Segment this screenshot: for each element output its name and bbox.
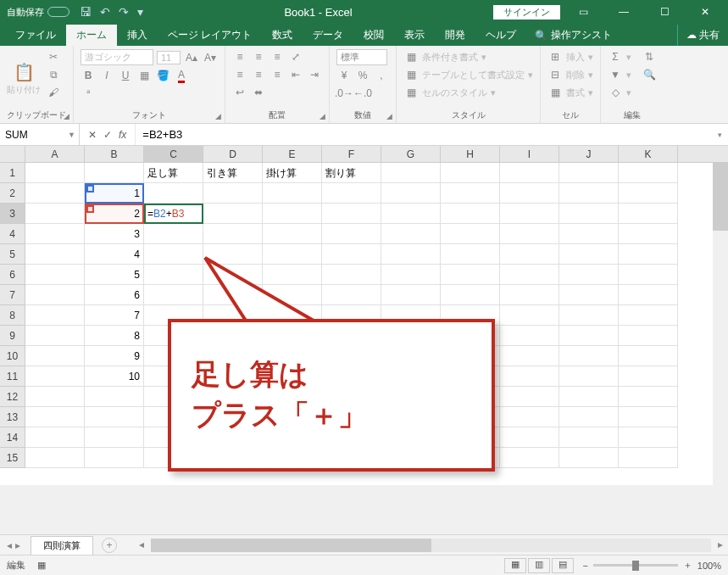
cell-B3[interactable]: 2 — [85, 204, 144, 224]
col-C[interactable]: C — [144, 146, 203, 162]
cell-J10[interactable] — [559, 346, 619, 366]
row-10[interactable]: 10 — [0, 346, 25, 366]
cell-B11[interactable]: 10 — [85, 366, 144, 387]
cell-E2[interactable] — [263, 183, 322, 204]
expand-formula-bar-icon[interactable]: ▾ — [711, 124, 728, 145]
cell-J12[interactable] — [559, 387, 619, 407]
align-center-icon[interactable]: ≡ — [251, 67, 266, 82]
cell-styles-button[interactable]: ▦セルのスタイル ▾ — [403, 85, 533, 100]
ribbon-options-icon[interactable]: ▭ — [565, 0, 601, 24]
minimize-icon[interactable]: ― — [606, 0, 642, 24]
cell-J15[interactable] — [559, 448, 619, 468]
indent-inc-icon[interactable]: ⇥ — [307, 67, 322, 82]
cell-H1[interactable] — [441, 163, 500, 183]
ruby-icon[interactable]: ᵃ — [81, 86, 96, 101]
cell-B12[interactable] — [85, 387, 144, 407]
autosave-toggle[interactable]: 自動保存 — [7, 6, 69, 19]
format-table-button[interactable]: ▦テーブルとして書式設定 ▾ — [403, 67, 533, 82]
zoom-in-icon[interactable]: ＋ — [683, 559, 692, 572]
cell-K3[interactable] — [619, 204, 678, 224]
underline-icon[interactable]: U — [118, 68, 133, 83]
cell-I4[interactable] — [500, 224, 559, 244]
paste-button[interactable]: 📋 貼り付け — [7, 49, 41, 108]
align-launcher-icon[interactable]: ◢ — [320, 112, 325, 120]
cell-A5[interactable] — [25, 244, 85, 265]
align-right-icon[interactable]: ≡ — [270, 67, 285, 82]
zoom-out-icon[interactable]: − — [582, 561, 587, 571]
cut-icon[interactable]: ✂ — [46, 49, 61, 64]
row-13[interactable]: 13 — [0, 407, 25, 427]
share-button[interactable]: ☁ 共有 — [677, 25, 728, 46]
cell-C3[interactable]: =B2+B3 — [144, 204, 203, 224]
cell-K14[interactable] — [619, 427, 678, 448]
conditional-format-button[interactable]: ▦条件付き書式 ▾ — [403, 49, 533, 64]
cell-B5[interactable]: 4 — [85, 244, 144, 265]
cell-G2[interactable] — [381, 183, 441, 204]
cell-J4[interactable] — [559, 224, 619, 244]
cell-J14[interactable] — [559, 427, 619, 448]
col-J[interactable]: J — [559, 146, 619, 162]
cell-G7[interactable] — [381, 285, 441, 305]
cell-A1[interactable] — [25, 163, 85, 183]
insert-cells-button[interactable]: ⊞挿入 ▾ — [547, 49, 593, 64]
cell-A6[interactable] — [25, 265, 85, 285]
view-pagelayout-icon[interactable]: ▥ — [528, 558, 550, 573]
cell-C1[interactable]: 足し算 — [144, 163, 203, 183]
cell-F7[interactable] — [322, 285, 381, 305]
inc-decimal-icon[interactable]: .0→ — [336, 86, 352, 101]
cell-G3[interactable] — [381, 204, 441, 224]
delete-cells-button[interactable]: ⊟削除 ▾ — [547, 67, 593, 82]
cell-A13[interactable] — [25, 407, 85, 427]
row-2[interactable]: 2 — [0, 183, 25, 204]
zoom-slider[interactable] — [593, 564, 678, 567]
cell-A11[interactable] — [25, 366, 85, 387]
tab-review[interactable]: 校閲 — [353, 25, 394, 46]
autosave-switch-icon[interactable] — [47, 7, 69, 17]
cell-A14[interactable] — [25, 427, 85, 448]
cell-A8[interactable] — [25, 305, 85, 326]
italic-icon[interactable]: I — [99, 68, 114, 83]
cell-B9[interactable]: 8 — [85, 326, 144, 346]
close-icon[interactable]: ✕ — [687, 0, 723, 24]
cell-G4[interactable] — [381, 224, 441, 244]
cell-A15[interactable] — [25, 448, 85, 468]
indent-dec-icon[interactable]: ⇤ — [288, 67, 303, 82]
col-G[interactable]: G — [381, 146, 441, 162]
cell-I1[interactable] — [500, 163, 559, 183]
cell-J6[interactable] — [559, 265, 619, 285]
fx-icon[interactable]: fx — [119, 129, 126, 141]
tab-developer[interactable]: 開発 — [435, 25, 475, 46]
sheet-tab[interactable]: 四則演算 — [31, 536, 93, 555]
cell-I9[interactable] — [500, 326, 559, 346]
cell-A2[interactable] — [25, 183, 85, 204]
border-icon[interactable]: ▦ — [136, 68, 152, 83]
cell-K7[interactable] — [619, 285, 678, 305]
cell-I13[interactable] — [500, 407, 559, 427]
cell-I14[interactable] — [500, 427, 559, 448]
merge-icon[interactable]: ⬌ — [251, 85, 266, 100]
cell-B2[interactable]: 1 — [85, 183, 144, 204]
cell-E3[interactable] — [263, 204, 322, 224]
clipboard-launcher-icon[interactable]: ◢ — [64, 112, 69, 120]
cell-D2[interactable] — [203, 183, 263, 204]
percent-icon[interactable]: % — [355, 68, 370, 83]
vertical-scrollbar[interactable] — [713, 163, 728, 485]
cell-B14[interactable] — [85, 427, 144, 448]
cell-A7[interactable] — [25, 285, 85, 305]
hscroll-right-icon[interactable]: ▸ — [718, 539, 723, 550]
cell-A12[interactable] — [25, 387, 85, 407]
tab-view[interactable]: 表示 — [394, 25, 435, 46]
row-7[interactable]: 7 — [0, 285, 25, 305]
row-8[interactable]: 8 — [0, 305, 25, 326]
cell-I6[interactable] — [500, 265, 559, 285]
cell-J11[interactable] — [559, 366, 619, 387]
sheet-nav-last-icon[interactable]: ▸ — [15, 539, 20, 551]
tab-insert[interactable]: 挿入 — [117, 25, 158, 46]
view-pagebreak-icon[interactable]: ▤ — [552, 558, 574, 573]
cell-K8[interactable] — [619, 305, 678, 326]
cell-I5[interactable] — [500, 244, 559, 265]
cell-K13[interactable] — [619, 407, 678, 427]
col-B[interactable]: B — [85, 146, 144, 162]
format-painter-icon[interactable]: 🖌 — [46, 85, 61, 100]
qat-more-icon[interactable]: ▾ — [137, 5, 143, 19]
